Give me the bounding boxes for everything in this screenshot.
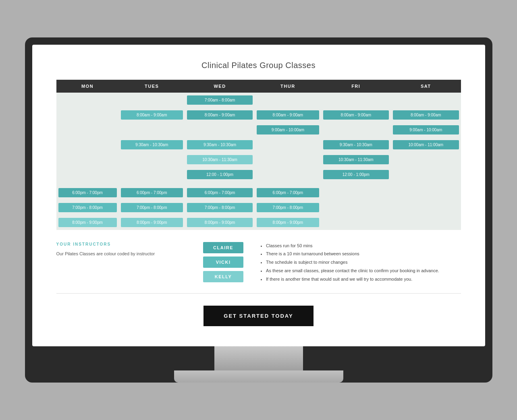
cell-mon-6 [56, 182, 119, 185]
cell-sat-0 [391, 93, 461, 108]
cell-tues-2 [119, 122, 185, 137]
time-slot: 9:30am - 10:30am [121, 140, 183, 149]
cell-fri-0 [321, 93, 391, 108]
time-slot: 8:00am - 9:00am [121, 110, 183, 120]
time-slot: 10:30am - 11:30am [323, 155, 389, 164]
cell-sat-2: 9:00am - 10:00am [391, 122, 461, 137]
instructors-description: Our Pilates Classes are colour coded by … [56, 250, 155, 257]
page-title: Clinical Pilates Group Classes [56, 61, 461, 70]
col-header-wed: WED [185, 80, 255, 93]
divider [56, 293, 461, 294]
monitor: Clinical Pilates Group Classes MON TUES … [25, 37, 492, 383]
time-slot: 9:30am - 10:30am [187, 140, 253, 149]
cell-tues-3: 9:30am - 10:30am [119, 137, 185, 152]
cell-sat-8 [391, 200, 461, 215]
instructor-badge-vicki: VICKI [203, 257, 243, 268]
cell-wed-3: 9:30am - 10:30am [185, 137, 255, 152]
cell-wed-2 [185, 122, 255, 137]
table-header-row: MON TUES WED THUR FRI SAT [56, 80, 461, 93]
cell-wed-0: 7:00am - 8:00am [185, 93, 255, 108]
table-row: 8:00am - 9:00am8:00am - 9:00am8:00am - 9… [56, 108, 461, 122]
cell-thur-5 [255, 167, 321, 182]
col-header-sat: SAT [391, 80, 461, 93]
time-slot: 6:00pm - 7:00pm [121, 188, 183, 197]
cell-fri-9 [321, 215, 391, 230]
cell-wed-4: 10:30am - 11:30am [185, 152, 255, 167]
cell-fri-1: 8:00am - 9:00am [321, 108, 391, 122]
table-row [56, 182, 461, 185]
cell-fri-5: 12:00 - 1:00pm [321, 167, 391, 182]
col-header-tues: TUES [119, 80, 185, 93]
time-slot: 10:00am - 11:00am [393, 140, 459, 149]
cell-sat-7 [391, 185, 461, 200]
cell-mon-2 [56, 122, 119, 137]
table-row: 7:00pm - 8:00pm7:00pm - 8:00pm7:00pm - 8… [56, 200, 461, 215]
time-slot: 8:00am - 9:00am [393, 110, 459, 120]
cell-fri-8 [321, 200, 391, 215]
cell-fri-3: 9:30am - 10:30am [321, 137, 391, 152]
table-row: 6:00pm - 7:00pm6:00pm - 7:00pm6:00pm - 7… [56, 185, 461, 200]
time-slot: 7:00pm - 8:00pm [121, 203, 183, 212]
cell-tues-4 [119, 152, 185, 167]
time-slot: 7:00pm - 8:00pm [187, 203, 253, 212]
time-slot: 8:00am - 9:00am [257, 110, 319, 120]
col-header-fri: FRI [321, 80, 391, 93]
cell-tues-1: 8:00am - 9:00am [119, 108, 185, 122]
cell-wed-9: 8:00pm - 9:00pm [185, 215, 255, 230]
time-slot: 7:00pm - 8:00pm [257, 203, 319, 212]
cell-thur-9: 8:00pm - 9:00pm [255, 215, 321, 230]
cell-thur-2: 9:00am - 10:00am [255, 122, 321, 137]
cell-sat-6 [391, 182, 461, 185]
cell-mon-4 [56, 152, 119, 167]
cell-tues-5 [119, 167, 185, 182]
note-item: The schedule is subject to minor changes [266, 259, 461, 266]
cell-thur-7: 6:00pm - 7:00pm [255, 185, 321, 200]
cell-wed-5: 12:00 - 1:00pm [185, 167, 255, 182]
cell-sat-5 [391, 167, 461, 182]
cell-tues-9: 8:00pm - 9:00pm [119, 215, 185, 230]
cell-mon-0 [56, 93, 119, 108]
cell-mon-5 [56, 167, 119, 182]
time-slot: 7:00pm - 8:00pm [58, 203, 117, 212]
cell-fri-6 [321, 182, 391, 185]
cell-thur-4 [255, 152, 321, 167]
info-section: YOUR INSTRUCTORS Our Pilates Classes are… [56, 242, 461, 283]
col-header-mon: MON [56, 80, 119, 93]
col-header-thur: THUR [255, 80, 321, 93]
monitor-stand-neck [214, 346, 303, 370]
note-item: There is a 10 min turnaround between ses… [266, 250, 461, 258]
time-slot: 6:00pm - 7:00pm [187, 188, 253, 197]
instructor-badges: CLAIREVICKIKELLY [203, 242, 243, 282]
table-row: 8:00pm - 9:00pm8:00pm - 9:00pm8:00pm - 9… [56, 215, 461, 230]
time-slot: 8:00pm - 9:00pm [257, 218, 319, 227]
time-slot: 7:00am - 8:00am [187, 95, 253, 105]
cell-thur-8: 7:00pm - 8:00pm [255, 200, 321, 215]
cell-thur-3 [255, 137, 321, 152]
note-item: If there is another time that would suit… [266, 275, 461, 283]
time-slot: 8:00am - 9:00am [187, 110, 253, 120]
table-row: 9:00am - 10:00am9:00am - 10:00am [56, 122, 461, 137]
time-slot: 9:00am - 10:00am [393, 125, 459, 134]
instructor-badge-kelly: KELLY [203, 271, 243, 282]
cell-mon-1 [56, 108, 119, 122]
cell-thur-0 [255, 93, 321, 108]
time-slot: 6:00pm - 7:00pm [58, 188, 117, 197]
note-item: Classes run for 50 mins [266, 242, 461, 250]
time-slot: 6:00pm - 7:00pm [257, 188, 319, 197]
cell-mon-9: 8:00pm - 9:00pm [56, 215, 119, 230]
time-slot: 12:00 - 1:00pm [323, 170, 389, 179]
cell-sat-9 [391, 215, 461, 230]
cta-wrapper: GET STARTED TODAY [56, 306, 461, 326]
notes-block: Classes run for 50 minsThere is a 10 min… [260, 242, 461, 283]
cell-mon-7: 6:00pm - 7:00pm [56, 185, 119, 200]
table-row: 9:30am - 10:30am9:30am - 10:30am9:30am -… [56, 137, 461, 152]
cell-mon-8: 7:00pm - 8:00pm [56, 200, 119, 215]
get-started-button[interactable]: GET STARTED TODAY [203, 306, 313, 326]
time-slot: 8:00pm - 9:00pm [121, 218, 183, 227]
cell-tues-7: 6:00pm - 7:00pm [119, 185, 185, 200]
table-row: 10:30am - 11:30am10:30am - 11:30am [56, 152, 461, 167]
time-slot: 9:30am - 10:30am [323, 140, 389, 149]
cell-fri-4: 10:30am - 11:30am [321, 152, 391, 167]
instructors-title: YOUR INSTRUCTORS [56, 242, 155, 246]
cell-thur-1: 8:00am - 9:00am [255, 108, 321, 122]
